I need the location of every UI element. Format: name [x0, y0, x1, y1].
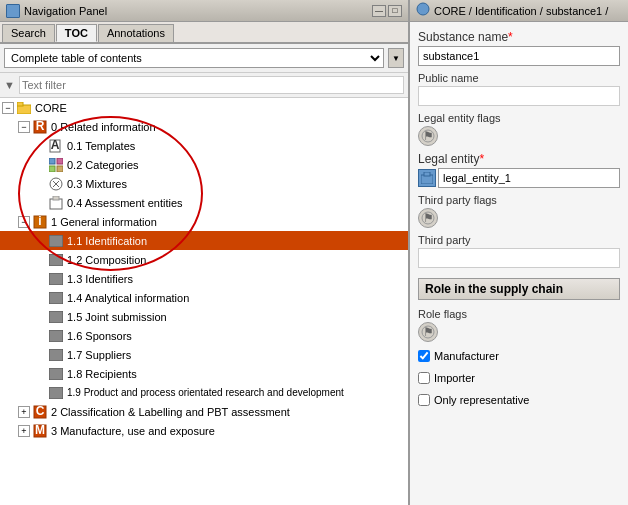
tree-node-general[interactable]: − i 1 General information [0, 212, 408, 231]
titlebar-buttons: — □ [372, 5, 402, 17]
related-label: 0 Related information [51, 121, 156, 133]
minimize-button[interactable]: — [372, 5, 386, 17]
mixtures-icon [48, 176, 64, 192]
sponsors-icon [48, 328, 64, 344]
svg-text:M: M [35, 424, 45, 437]
tree-node-analytical[interactable]: 1.4 Analytical information [0, 288, 408, 307]
dropdown-row: Complete table of contents ▼ [0, 44, 408, 73]
templates-icon: A [48, 138, 64, 154]
assessment-label: 0.4 Assessment entities [67, 197, 183, 209]
maximize-button[interactable]: □ [388, 5, 402, 17]
tree-node-templates[interactable]: A 0.1 Templates [0, 136, 408, 155]
checkbox-manufacturer-label: Manufacturer [434, 350, 499, 362]
svg-text:⚑: ⚑ [423, 211, 434, 225]
panel-titlebar: Navigation Panel — □ [0, 0, 408, 22]
dropdown-arrow[interactable]: ▼ [388, 48, 404, 68]
expand-manufacture[interactable]: + [18, 425, 30, 437]
assessment-icon [48, 195, 64, 211]
svg-rect-23 [49, 349, 63, 361]
svg-text:i: i [38, 215, 41, 228]
recipients-icon [48, 366, 64, 382]
expand-classification[interactable]: + [18, 406, 30, 418]
svg-rect-21 [49, 311, 63, 323]
classification-icon: C [32, 404, 48, 420]
panel-icon [6, 4, 20, 18]
expand-related[interactable]: − [18, 121, 30, 133]
composition-label: 1.2 Composition [67, 254, 147, 266]
substance-name-input[interactable] [418, 46, 620, 66]
third-party-flags-field: Third party flags ⚑ [418, 194, 620, 228]
tree-node-composition[interactable]: 1.2 Composition [0, 250, 408, 269]
right-header: CORE / Identification / substance1 / [410, 0, 628, 22]
classification-label: 2 Classification & Labelling and PBT ass… [51, 406, 290, 418]
categories-label: 0.2 Categories [67, 159, 139, 171]
svg-rect-24 [49, 368, 63, 380]
tab-search[interactable]: Search [2, 24, 55, 42]
svg-rect-17 [49, 235, 63, 247]
checkbox-importer: Importer [418, 370, 620, 386]
joint-label: 1.5 Joint submission [67, 311, 167, 323]
general-icon: i [32, 214, 48, 230]
svg-rect-19 [49, 273, 63, 285]
manufacture-label: 3 Manufacture, use and exposure [51, 425, 215, 437]
tree-node-mixtures[interactable]: 0.3 Mixtures [0, 174, 408, 193]
legal-entity-input[interactable] [438, 168, 620, 188]
public-name-input[interactable] [418, 86, 620, 106]
breadcrumb-icon [416, 2, 430, 19]
third-party-flags-icon[interactable]: ⚑ [418, 208, 438, 228]
tree-node-suppliers[interactable]: 1.7 Suppliers [0, 345, 408, 364]
substance-name-field: Substance name* [418, 30, 620, 66]
public-name-field: Public name [418, 72, 620, 106]
tree-node-related[interactable]: − R 0 Related information [0, 117, 408, 136]
tree-node-assessment[interactable]: 0.4 Assessment entities [0, 193, 408, 212]
identification-icon [48, 233, 64, 249]
mixtures-label: 0.3 Mixtures [67, 178, 127, 190]
third-party-input[interactable] [418, 248, 620, 268]
checkbox-importer-input[interactable] [418, 372, 430, 384]
svg-text:A: A [51, 139, 60, 152]
checkbox-only-representative-label: Only representative [434, 394, 529, 406]
filter-row: ▼ [0, 73, 408, 98]
suppliers-icon [48, 347, 64, 363]
public-name-label: Public name [418, 72, 620, 84]
filter-input[interactable] [19, 76, 404, 94]
expand-general[interactable]: − [18, 216, 30, 228]
tree-node-core[interactable]: − CORE [0, 98, 408, 117]
role-flags-label: Role flags [418, 308, 620, 320]
tree-node-categories[interactable]: 0.2 Categories [0, 155, 408, 174]
checkbox-only-representative-input[interactable] [418, 394, 430, 406]
tab-annotations[interactable]: Annotations [98, 24, 174, 42]
legal-entity-flags-icon[interactable]: ⚑ [418, 126, 438, 146]
composition-icon [48, 252, 64, 268]
identification-label: 1.1 Identification [67, 235, 147, 247]
substance-name-label: Substance name* [418, 30, 620, 44]
tree-node-manufacture[interactable]: + M 3 Manufacture, use and exposure [0, 421, 408, 440]
left-panel: Navigation Panel — □ Search TOC Annotati… [0, 0, 410, 505]
categories-icon [48, 157, 64, 173]
identifiers-icon [48, 271, 64, 287]
svg-point-30 [417, 3, 429, 15]
third-party-field: Third party [418, 234, 620, 268]
tree-node-joint[interactable]: 1.5 Joint submission [0, 307, 408, 326]
svg-rect-1 [17, 102, 23, 106]
svg-rect-18 [49, 254, 63, 266]
tree-node-product[interactable]: 1.9 Product and process orientated resea… [0, 383, 408, 402]
core-folder-icon [16, 100, 32, 116]
third-party-flags-label: Third party flags [418, 194, 620, 206]
svg-rect-20 [49, 292, 63, 304]
tree-node-identification[interactable]: 1.1 Identification [0, 231, 408, 250]
tree-node-identifiers[interactable]: 1.3 Identifiers [0, 269, 408, 288]
tree-node-sponsors[interactable]: 1.6 Sponsors [0, 326, 408, 345]
svg-rect-9 [57, 166, 63, 172]
joint-icon [48, 309, 64, 325]
role-flags-icon[interactable]: ⚑ [418, 322, 438, 342]
checkbox-manufacturer-input[interactable] [418, 350, 430, 362]
panel-title: Navigation Panel [24, 5, 368, 17]
expand-core[interactable]: − [2, 102, 14, 114]
suppliers-label: 1.7 Suppliers [67, 349, 131, 361]
tree-node-recipients[interactable]: 1.8 Recipients [0, 364, 408, 383]
tab-toc[interactable]: TOC [56, 24, 97, 42]
tree-node-classification[interactable]: + C 2 Classification & Labelling and PBT… [0, 402, 408, 421]
toc-dropdown[interactable]: Complete table of contents [4, 48, 384, 68]
checkbox-manufacturer: Manufacturer [418, 348, 620, 364]
